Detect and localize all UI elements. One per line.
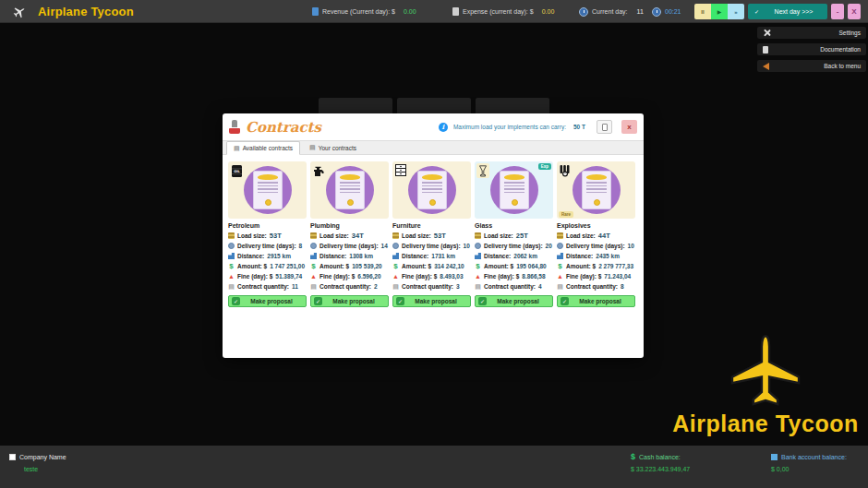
contract-seal-circle: [244, 166, 292, 214]
make-proposal-button[interactable]: ✓ Make proposal: [475, 295, 553, 307]
tools-icon: [763, 29, 771, 37]
amount-value: 2 279 777,33: [598, 263, 633, 269]
stat-amount: $ Amount: $ 195 064,80: [475, 261, 553, 271]
company-info: Company Name teste: [9, 452, 66, 472]
stat-amount: $ Amount: $ 105 539,20: [310, 261, 389, 271]
warning-icon: ▲: [475, 273, 481, 280]
pause-button[interactable]: II: [694, 4, 711, 19]
load-value: 25T: [516, 232, 528, 240]
tab-your-label: Your contracts: [319, 145, 356, 151]
truck-icon: [310, 253, 317, 259]
cargo-type-icon: [559, 163, 572, 178]
time-indicator: 00:21: [652, 0, 681, 23]
contracts-doc-button[interactable]: [597, 120, 612, 134]
warning-icon: ▲: [228, 273, 235, 280]
bank-balance-label: Bank account balance:: [781, 454, 847, 460]
next-day-button[interactable]: ✓ Next day >>>: [748, 4, 827, 19]
make-proposal-button[interactable]: ✓ Make proposal: [557, 295, 635, 307]
certificate-icon: [500, 171, 529, 209]
distance-label: Distance:: [484, 253, 511, 259]
back-to-menu-button[interactable]: Back to menu: [757, 60, 866, 72]
make-proposal-label: Make proposal: [487, 298, 549, 304]
company-icon: [9, 454, 16, 460]
stat-quantity: ▤ Contract quantity: 4: [475, 281, 553, 292]
wine-glass-icon: [478, 165, 488, 177]
quantity-label: Contract quantity:: [566, 283, 618, 290]
fine-value: 71.243,04: [604, 273, 631, 280]
check-icon: ✓: [753, 7, 761, 16]
minimize-button[interactable]: -: [831, 4, 844, 19]
play-button[interactable]: ▶: [711, 4, 728, 19]
fine-label: Fine (day): $: [402, 273, 437, 280]
make-proposal-button[interactable]: ✓ Make proposal: [310, 295, 389, 307]
game-screen: Airplane Tycoon Revenue (Current day): $…: [0, 0, 868, 488]
tab-available-contracts[interactable]: ▤ Available contracts: [226, 141, 300, 155]
stat-distance: Distance: 2915 km: [228, 251, 307, 261]
distance-value: 2915 km: [267, 253, 291, 259]
cargo-type-icon: [476, 163, 489, 178]
check-icon: ✓: [561, 297, 569, 305]
close-window-button[interactable]: X: [848, 4, 861, 19]
stat-quantity: ▤ Contract quantity: 8: [557, 281, 635, 292]
topbar: Airplane Tycoon Revenue (Current day): $…: [0, 0, 868, 23]
amount-label: Amount: $: [484, 263, 513, 269]
max-load-value: 50 T: [573, 124, 585, 130]
cash-balance-label: Cash balance:: [639, 454, 681, 460]
tab-your-contracts[interactable]: ▤ Your contracts: [302, 141, 364, 154]
delivery-label: Delivery time (days):: [402, 243, 461, 249]
make-proposal-button[interactable]: ✓ Make proposal: [392, 295, 471, 307]
info-icon: i: [439, 123, 448, 132]
contract-seal-circle: [573, 166, 621, 214]
load-value: 44T: [598, 232, 610, 240]
stat-distance: Distance: 1731 km: [392, 251, 471, 261]
make-proposal-button[interactable]: ✓ Make proposal: [228, 295, 307, 307]
quantity-value: 11: [292, 283, 298, 290]
stat-delivery: Delivery time (days): 20: [475, 241, 553, 251]
bank-icon: [771, 454, 778, 460]
oil-barrel-icon: OIL: [232, 165, 242, 177]
next-day-label: Next day >>>: [765, 8, 823, 15]
fast-forward-button[interactable]: »: [728, 4, 744, 19]
warning-icon: ▲: [392, 273, 399, 280]
distance-label: Distance:: [402, 253, 428, 259]
delivery-value: 14: [381, 243, 388, 249]
contract-cards: OIL: [223, 155, 644, 314]
stat-quantity: ▤ Contract quantity: 2: [310, 281, 389, 292]
modal-close-button[interactable]: x: [621, 120, 637, 134]
contract-image: Exp: [475, 161, 553, 219]
company-label: Company Name: [19, 454, 66, 460]
stat-fine: ▲ Fine (day): $ 8.866,58: [475, 271, 553, 281]
fine-value: 8.866,58: [522, 273, 545, 280]
back-arrow-icon: [763, 63, 769, 70]
load-label: Load size:: [237, 232, 267, 239]
max-load-label: Maximum load your implements can carry:: [453, 124, 566, 130]
documentation-button[interactable]: Documentation: [757, 43, 866, 55]
settings-button[interactable]: Settings: [757, 27, 866, 39]
bank-balance: Bank account balance: $ 0,00: [771, 452, 847, 472]
revenue-label: Revenue (Current day): $: [322, 8, 395, 15]
quantity-value: 3: [456, 283, 460, 290]
contract-card: Rare Explosives Load size: 44T Delivery …: [557, 161, 635, 307]
distance-value: 2435 km: [596, 253, 620, 259]
contract-stamp-icon: [229, 120, 240, 134]
dollar-icon: $: [392, 263, 399, 269]
delivery-value: 20: [546, 243, 552, 249]
delivery-value: 10: [464, 243, 470, 249]
delivery-clock-icon: [310, 243, 317, 249]
quantity-doc-icon: ▤: [228, 283, 235, 290]
certificate-icon: [417, 171, 447, 209]
revenue-icon: [312, 7, 319, 16]
warning-icon: ▲: [557, 273, 563, 280]
side-menu: Settings Documentation Back to menu: [757, 27, 866, 72]
settings-label: Settings: [771, 30, 861, 36]
cargo-type-icon: [394, 163, 407, 178]
quantity-doc-icon: ▤: [475, 283, 481, 290]
plane-icon: [7, 0, 31, 25]
distance-value: 1308 km: [349, 253, 373, 259]
app-title: Airplane Tycoon: [38, 5, 134, 18]
quantity-label: Contract quantity:: [402, 283, 453, 290]
current-day-indicator: Current day: 11: [579, 0, 644, 23]
check-icon: ✓: [232, 297, 240, 305]
distance-label: Distance:: [566, 253, 593, 259]
fine-label: Fine (day): $: [484, 273, 519, 280]
